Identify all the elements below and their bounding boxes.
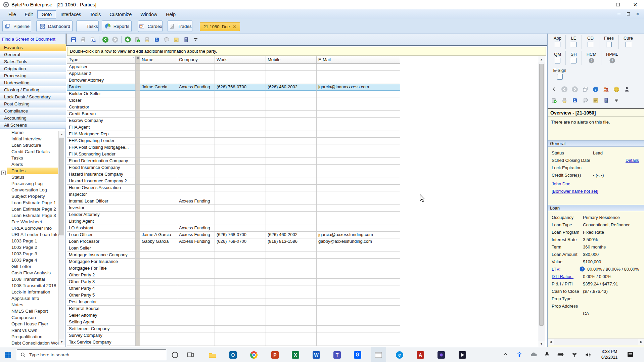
scroll-up-icon[interactable]: ▲ (538, 56, 545, 62)
flag-checkbox[interactable] (557, 74, 563, 80)
menu-interfaces[interactable]: Interfaces (56, 10, 85, 18)
table-row-other-party-2[interactable]: Other Party 2 (67, 272, 538, 279)
taskbar-app-outlook[interactable]: O (225, 347, 241, 362)
sidebar-item-loan-estimate-page-1[interactable]: Loan Estimate Page 1 (0, 199, 65, 206)
conversation-icon[interactable] (582, 97, 589, 104)
print-preview-icon[interactable] (89, 36, 97, 43)
taskbar-app-media-player[interactable] (455, 347, 470, 362)
taskbar-app-edge[interactable]: e (392, 347, 407, 362)
fees-icon[interactable] (613, 86, 620, 93)
sidebar-item-gift-letter[interactable]: Gift Letter (0, 263, 65, 270)
column-header-type[interactable]: Typeˆ (67, 56, 136, 64)
table-row-settlement-company[interactable]: Settlement Company (67, 326, 538, 332)
table-row-contractor[interactable]: Contractor (67, 104, 538, 111)
nav-forward-icon[interactable] (571, 86, 579, 93)
table-row-loan-processor[interactable]: Loan ProcessorGabby GarciaAxxess Funding… (67, 238, 538, 245)
sidebar-item-tasks[interactable]: Tasks (0, 155, 65, 161)
tray-network[interactable] (571, 352, 578, 358)
sidebar-item-loan-estimate-page-3[interactable]: Loan Estimate Page 3 (0, 212, 65, 219)
table-row-tax-service-company[interactable]: Tax Service Company (67, 339, 538, 346)
sidebar-item-lock-in-information[interactable]: Lock-In Information (0, 289, 65, 295)
scroll-down-icon[interactable]: ▼ (59, 339, 65, 345)
taskbar-app-dropbox[interactable] (350, 347, 365, 362)
scroll-thumb[interactable] (59, 138, 64, 235)
print-icon[interactable] (80, 36, 87, 43)
back-icon[interactable] (102, 36, 109, 43)
file-tab-21-1050-doe[interactable]: 21-1050: Doe ✕ (200, 22, 240, 31)
sidebar-item-prequalification[interactable]: Prequalification (0, 333, 65, 340)
taskbar-app-teams[interactable]: T (329, 347, 345, 362)
print-fax-icon[interactable] (143, 36, 151, 43)
tray-battery[interactable] (557, 352, 564, 358)
sidebar-item-processing-log[interactable]: Processing Log (0, 180, 65, 187)
flag-checkbox[interactable] (626, 42, 631, 47)
table-row-fha-originating-lender[interactable]: FHA Originating Lender (67, 138, 538, 144)
services-icon[interactable] (602, 97, 610, 104)
services-icon[interactable] (182, 36, 190, 43)
menu-help[interactable]: Help (162, 10, 180, 18)
find-screen-link[interactable]: Find a Screen or Document (2, 37, 55, 42)
info-icon[interactable]: ! (580, 266, 585, 272)
column-header-name[interactable]: Name (140, 56, 177, 64)
question-icon[interactable]: ? (589, 58, 594, 63)
table-row-credit-bureau[interactable]: Credit Bureau (67, 111, 538, 118)
tab-button-reports[interactable]: Reports (102, 20, 132, 32)
flag-checkbox[interactable] (571, 58, 577, 63)
scroll-down-icon[interactable]: ▼ (538, 341, 545, 347)
sidebar-item-debt-consolidation-wor[interactable]: Debt Consolidation Wor (0, 340, 65, 346)
close-tab-icon[interactable]: ✕ (233, 24, 237, 30)
sidebar-category-accounting[interactable]: Accounting (0, 115, 66, 122)
scroll-left-icon[interactable]: ◀ (548, 339, 554, 345)
borrower-link-1[interactable]: [Borrower name not set] (552, 189, 598, 194)
sidebar-item-1003-page-4[interactable]: 1003 Page 4 (0, 257, 65, 263)
table-row-flood-determination-company[interactable]: Flood Determination Company (67, 158, 538, 165)
sidebar-item-notes[interactable]: Notes (0, 302, 65, 308)
forward-icon[interactable] (111, 36, 119, 43)
trades-icon[interactable] (168, 22, 176, 30)
menu-file[interactable]: File (4, 10, 20, 18)
table-row-fha-post-closing-mortgagee[interactable]: FHA Post Closing Mortgagee... (67, 144, 538, 151)
table-row-closer[interactable]: Closer (67, 97, 538, 104)
tab-button-tasks[interactable]: Tasks (76, 20, 99, 32)
more-icon[interactable] (192, 36, 199, 43)
nav-back-icon[interactable] (561, 86, 568, 93)
sidebar-item-conversation-log[interactable]: Conversation Log (0, 187, 65, 193)
table-row-other-party-5[interactable]: Other Party 5 (67, 292, 538, 299)
table-row-seller-attorney[interactable]: Seller Attorney (67, 312, 538, 319)
table-row-referral-source[interactable]: Referral Source (67, 306, 538, 312)
table-row-mortgagee-for-insurance[interactable]: Mortgagee For Insurance (67, 259, 538, 265)
field-label-ltv[interactable]: LTV: (552, 267, 560, 272)
sidebar-category-sales-tools[interactable]: Sales Tools (0, 58, 66, 65)
table-row-internal-loan-officer[interactable]: Internal Loan OfficerAxxess Funding (67, 198, 538, 205)
close-button[interactable]: ✕ (627, 0, 644, 9)
column-header-company[interactable]: Company (177, 56, 215, 64)
tasks-clipboard-icon[interactable] (134, 36, 141, 43)
field-label-dti-ratios[interactable]: DTI Ratios: (552, 274, 573, 279)
tasks-clipboard-icon[interactable] (550, 97, 558, 104)
details-link[interactable]: Details (626, 158, 639, 163)
table-row-listing-agent[interactable]: Listing Agent (67, 218, 538, 225)
table-row-hazard-insurance-company[interactable]: Hazard Insurance Company (67, 171, 538, 178)
table-row-loan-officer[interactable]: Loan OfficerJaime A GarciaAxxess Funding… (67, 232, 538, 238)
start-button[interactable] (0, 347, 16, 362)
menu-edit[interactable]: Edit (20, 10, 37, 18)
table-row-borrower-attorney[interactable]: Borrower Attorney (67, 77, 538, 84)
table-row-fha-mortgagee-rep[interactable]: FHA Mortgagee Rep (67, 131, 538, 138)
sidebar-item-1008-transmittal[interactable]: 1008 Transmittal (0, 276, 65, 282)
column-header-work[interactable]: Work (215, 56, 266, 64)
sidebar-item-1003-page-3[interactable]: 1003 Page 3 (0, 251, 65, 257)
sidebar-category-post-closing[interactable]: Post Closing (0, 100, 66, 107)
sidebar-category-processing[interactable]: Processing (0, 72, 66, 79)
taskbar-app-powerpoint[interactable]: P (267, 347, 283, 362)
flag-checkbox[interactable] (571, 42, 577, 47)
parties-icon[interactable] (602, 86, 610, 93)
scroll-right-icon[interactable]: ▶ (638, 339, 644, 345)
tab-button-dashboard[interactable]: Dashboard (36, 20, 73, 32)
question-icon[interactable]: ? (609, 58, 615, 63)
table-row-mortgagee-for-title[interactable]: Mortgagee For Title (67, 265, 538, 272)
maximize-button[interactable] (609, 0, 627, 9)
collapse-left-icon[interactable] (550, 86, 558, 93)
mdi-close-icon[interactable]: ✕ (635, 11, 641, 16)
screens-icon[interactable] (582, 86, 589, 93)
sidebar-item-cash-flow-analysis[interactable]: Cash Flow Analysis (0, 270, 65, 276)
